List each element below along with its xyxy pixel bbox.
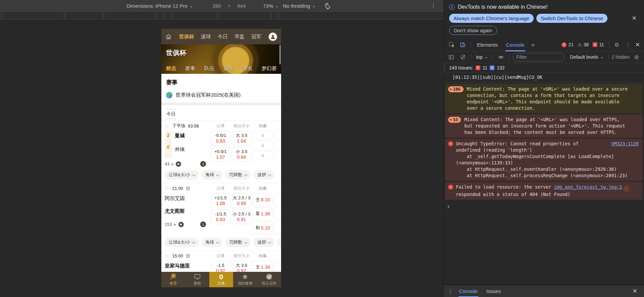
market-dropdown[interactable]: 角球 bbox=[201, 170, 222, 180]
issues-bar[interactable]: 143 Issues: 11 132 bbox=[444, 63, 644, 72]
odds-handicap-away[interactable]: -1/1.5 0.83 bbox=[211, 209, 230, 224]
more-options-icon[interactable] bbox=[430, 2, 436, 9]
banner-tab-featured[interactable]: 精选 bbox=[166, 65, 176, 72]
context-selector[interactable]: top bbox=[475, 54, 489, 60]
favorite-star-icon[interactable] bbox=[165, 185, 169, 192]
cash-out-icon[interactable] bbox=[200, 161, 206, 167]
market-dropdown[interactable]: 让球&大/小 bbox=[165, 170, 199, 180]
away-team[interactable]: 外俵 bbox=[175, 145, 185, 158]
tab-console[interactable]: Console bbox=[503, 38, 528, 51]
inspect-element-icon[interactable] bbox=[446, 40, 457, 49]
console-settings-gear-icon[interactable] bbox=[632, 52, 641, 62]
tab-elements[interactable]: Elements bbox=[474, 38, 501, 51]
viewport-scrollbar[interactable] bbox=[279, 45, 281, 64]
clear-console-icon[interactable] bbox=[458, 52, 468, 62]
account-avatar-icon[interactable] bbox=[269, 33, 277, 41]
live-stream-icon[interactable] bbox=[178, 222, 184, 227]
device-selector[interactable]: Dimensions: iPhone 12 Pro bbox=[126, 3, 193, 9]
more-markets-count[interactable]: 153 bbox=[165, 222, 172, 227]
resource-link[interactable]: img_ann_forecast_tw.jpg:1 bbox=[554, 184, 622, 190]
nav-schedule[interactable]: 赛程 bbox=[185, 272, 209, 287]
favorite-star-icon[interactable] bbox=[165, 253, 169, 259]
odds-draw[interactable]: 和 5.10 bbox=[253, 221, 273, 234]
market-dropdown[interactable]: 波胆 bbox=[253, 238, 274, 247]
day-tab-today[interactable]: 今日 bbox=[166, 109, 176, 119]
cash-out-icon[interactable] bbox=[200, 221, 206, 227]
odds-handicap-home[interactable]: -0.5/1 0.83 bbox=[211, 131, 230, 146]
warning-counter[interactable]: 38 bbox=[578, 42, 589, 47]
close-devtools-icon[interactable] bbox=[635, 41, 640, 48]
rotate-icon[interactable] bbox=[324, 2, 331, 10]
away-team[interactable]: 尤文图斯 bbox=[165, 206, 209, 219]
favorite-star-icon[interactable] bbox=[165, 123, 169, 129]
log-levels-selector[interactable]: Default levels bbox=[569, 54, 605, 60]
market-dropdown[interactable]: 波胆 bbox=[253, 170, 274, 180]
site-tab-champion[interactable]: 冠军 bbox=[251, 34, 261, 40]
nav-sports[interactable]: 体育 bbox=[161, 272, 185, 287]
throttling-selector[interactable]: No throttling bbox=[283, 3, 315, 9]
odds-handicap-away[interactable]: +0.5/1 1.07 bbox=[211, 147, 230, 162]
home-icon[interactable] bbox=[165, 34, 172, 40]
odds-away-win[interactable]: 客 1.38 bbox=[253, 207, 273, 220]
banner-tab-ranking[interactable]: 排名 bbox=[243, 65, 253, 72]
live-expression-eye-icon[interactable] bbox=[496, 52, 506, 62]
live-stream-icon[interactable] bbox=[176, 161, 181, 167]
close-drawer-icon[interactable] bbox=[633, 288, 637, 295]
site-tab-today[interactable]: 今日 bbox=[218, 34, 228, 40]
more-tabs-icon[interactable] bbox=[529, 41, 536, 48]
odds-home-win[interactable]: 主 1.34 bbox=[253, 261, 273, 272]
market-dropdown[interactable]: 罚牌数 bbox=[225, 170, 251, 180]
odds-under[interactable]: 小 3.5 0.84 bbox=[232, 147, 251, 162]
banner-tab-matches[interactable]: 赛事 bbox=[185, 65, 195, 72]
banner-tab-fantasy[interactable]: 梦幻赛 bbox=[262, 65, 277, 72]
console-prompt[interactable] bbox=[444, 201, 644, 210]
home-team[interactable]: 皇家马德里 bbox=[165, 261, 209, 272]
odds-under[interactable]: 小 2.5 / 3 0.91 bbox=[232, 209, 251, 224]
drawer-tab-console[interactable]: Console bbox=[456, 285, 481, 297]
switch-language-button[interactable]: Switch DevTools to Chinese bbox=[536, 14, 607, 23]
dont-show-again-button[interactable]: Don't show again bbox=[449, 26, 497, 35]
match-language-button[interactable]: Always match Chrome's language bbox=[449, 14, 534, 23]
settings-gear-icon[interactable] bbox=[612, 40, 622, 49]
odds-over[interactable]: 大 3.5 1.04 bbox=[232, 131, 251, 146]
devtools-menu-icon[interactable] bbox=[623, 42, 633, 48]
source-location-link[interactable]: VM323:1139 bbox=[611, 141, 639, 147]
odds-home-win[interactable]: 主 8.10 bbox=[253, 193, 273, 206]
console-sidebar-icon[interactable] bbox=[446, 52, 456, 62]
more-markets-count[interactable]: 43 bbox=[165, 161, 169, 166]
hidden-messages-count[interactable]: 2 hidden bbox=[611, 54, 630, 60]
market-dropdown[interactable]: 角球 bbox=[201, 238, 222, 247]
nav-bet-records[interactable]: 投注记录 bbox=[257, 272, 281, 287]
odds-over[interactable]: 大 3.5 0.97 bbox=[232, 261, 251, 272]
odds-handicap-home[interactable]: +1/1.5 1.08 bbox=[211, 193, 230, 208]
market-dropdown[interactable]: 罚牌数 bbox=[225, 238, 251, 247]
drawer-tab-issues[interactable]: Issues bbox=[483, 285, 504, 297]
home-team[interactable]: 曼城 bbox=[175, 131, 185, 145]
site-tab-club-world-cup[interactable]: 世俱杯 bbox=[179, 34, 194, 40]
viewport-height-field[interactable]: 844 bbox=[235, 2, 248, 9]
viewport-width-field[interactable]: 390 bbox=[211, 2, 223, 9]
home-team[interactable]: 阿尔艾因 bbox=[165, 193, 209, 206]
site-tab-live[interactable]: 滚球 bbox=[201, 34, 211, 40]
nav-my-matches[interactable]: 我的赛事 bbox=[233, 272, 257, 287]
expand-count-badge[interactable]: 106 bbox=[448, 86, 464, 92]
drawer-menu-icon[interactable] bbox=[447, 288, 454, 294]
banner-tab-teams[interactable]: 队伍 bbox=[204, 65, 214, 72]
error-counter[interactable]: 21 bbox=[561, 42, 574, 47]
nav-bet-slip[interactable]: 0 注单 bbox=[209, 272, 233, 287]
site-tab-early[interactable]: 早盘 bbox=[234, 34, 245, 40]
league-row[interactable]: 世界球会冠军杯2025(在美国) bbox=[161, 89, 281, 103]
odds-handicap-home[interactable]: -1.5 0.92 bbox=[211, 261, 230, 272]
expand-count-badge[interactable]: 53 bbox=[448, 117, 461, 123]
market-dropdown[interactable]: 进球球员 bbox=[277, 238, 281, 247]
market-dropdown[interactable]: 让球&大/小 bbox=[165, 238, 199, 247]
odds-over[interactable]: 大 2.5 / 3 0.99 bbox=[232, 193, 251, 208]
banner-tab-champion[interactable]: 冠军 bbox=[223, 65, 233, 72]
initiator-icon[interactable] bbox=[624, 186, 629, 191]
device-toolbar-toggle-icon[interactable] bbox=[458, 40, 468, 49]
close-infobar-icon[interactable] bbox=[632, 15, 637, 22]
zoom-selector[interactable]: 73% bbox=[263, 3, 278, 9]
console-filter-input[interactable] bbox=[513, 53, 564, 61]
issues-counter[interactable]: 11 bbox=[593, 42, 604, 47]
console-error-group: 53 Mixed Content: The page at '<URL>' wa… bbox=[445, 114, 643, 138]
